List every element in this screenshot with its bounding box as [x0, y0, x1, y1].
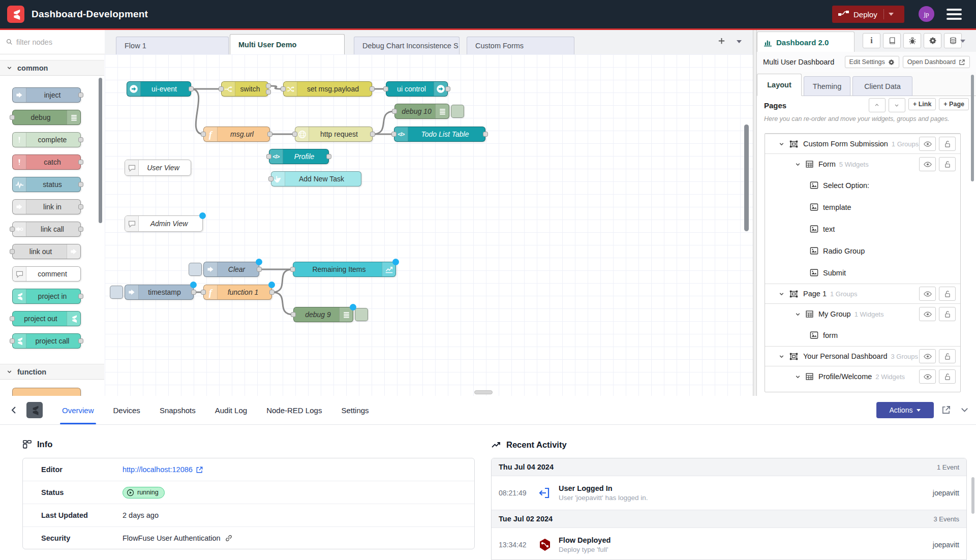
- project-tab-devices[interactable]: Devices: [113, 396, 140, 424]
- node-input-port[interactable]: [383, 86, 388, 91]
- palette-node-status[interactable]: status: [12, 177, 81, 192]
- main-menu-icon[interactable]: [947, 9, 962, 20]
- wire[interactable]: [272, 292, 293, 315]
- tree-page-row[interactable]: Page 11 Groups: [765, 284, 960, 304]
- lock-toggle-button[interactable]: [939, 307, 956, 321]
- add-flow-button[interactable]: [718, 37, 725, 45]
- flow-list-caret-icon[interactable]: [737, 40, 742, 43]
- visibility-toggle-button[interactable]: [919, 137, 936, 151]
- sidebar-tab-dashboard[interactable]: Dashboard 2.0: [757, 32, 855, 52]
- node-input-port[interactable]: [266, 154, 271, 159]
- deploy-button[interactable]: Deploy: [832, 6, 904, 23]
- visibility-toggle-button[interactable]: [919, 307, 936, 321]
- node-input-port[interactable]: [392, 109, 397, 114]
- node-input-port[interactable]: [391, 132, 396, 137]
- palette-node-link-in[interactable]: link in: [12, 199, 81, 214]
- project-tab-node-red-logs[interactable]: Node-RED Logs: [266, 396, 322, 424]
- tree-group-row[interactable]: Profile/Welcome2 Widgets: [765, 366, 960, 387]
- project-tab-snapshots[interactable]: Snapshots: [160, 396, 196, 424]
- sidebar-splitter[interactable]: [753, 30, 757, 396]
- info-button[interactable]: i: [863, 33, 880, 48]
- collapse-all-button[interactable]: [869, 98, 886, 112]
- flow-node-debug10[interactable]: debug 10: [394, 104, 449, 119]
- visibility-toggle-button[interactable]: [919, 369, 936, 384]
- wire[interactable]: [191, 89, 203, 134]
- flow-node-clear[interactable]: Clear: [203, 262, 259, 277]
- node-input-port[interactable]: [292, 132, 297, 137]
- tree-widget-row[interactable]: Submit: [765, 262, 960, 284]
- tree-widget-row[interactable]: text: [765, 218, 960, 240]
- lock-toggle-button[interactable]: [939, 287, 956, 301]
- palette-node-inject[interactable]: inject: [12, 87, 81, 103]
- tree-page-row[interactable]: Custom Form Submission1 Groups: [765, 134, 960, 154]
- tree-widget-row[interactable]: form: [765, 324, 960, 346]
- debug-button[interactable]: [903, 33, 921, 48]
- flow-tab-3[interactable]: Debug Chart Inconsistence S: [354, 37, 460, 54]
- lock-toggle-button[interactable]: [939, 369, 956, 384]
- project-tab-settings[interactable]: Settings: [341, 396, 369, 424]
- sidebar-tab-client-data[interactable]: Client Data: [852, 76, 912, 96]
- flow-node-addtask[interactable]: Add New Task: [271, 171, 361, 186]
- node-output-port[interactable]: [189, 86, 194, 91]
- inject-button[interactable]: [110, 286, 123, 299]
- node-input-port[interactable]: [201, 290, 206, 295]
- chevron-down-icon[interactable]: [795, 161, 801, 168]
- tree-widget-row[interactable]: Radio Group: [765, 240, 960, 262]
- palette-node-complete[interactable]: complete: [12, 132, 81, 147]
- edit-settings-button[interactable]: Edit Settings: [845, 56, 899, 68]
- flow-node-uievent[interactable]: ui-event: [127, 81, 191, 97]
- project-tab-overview[interactable]: Overview: [62, 396, 94, 424]
- node-output-port-1[interactable]: [266, 83, 271, 88]
- flow-tab-1[interactable]: Flow 1: [116, 37, 229, 54]
- open-editor-icon[interactable]: [941, 405, 951, 415]
- canvas-scrollbar[interactable]: [744, 125, 749, 231]
- node-input-port[interactable]: [219, 86, 224, 91]
- flow-node-userview[interactable]: User View: [125, 160, 191, 176]
- add-link-button[interactable]: + Link: [908, 98, 936, 110]
- node-output-port-2[interactable]: [266, 89, 271, 95]
- back-button[interactable]: [9, 405, 19, 415]
- chevron-down-icon[interactable]: [778, 291, 785, 297]
- flow-node-switch[interactable]: switch: [221, 81, 268, 97]
- window-scrollbar[interactable]: [971, 477, 974, 514]
- tree-widget-row[interactable]: Select Option:: [765, 174, 960, 196]
- actions-button[interactable]: Actions: [876, 402, 934, 418]
- deploy-caret-icon[interactable]: [889, 13, 894, 16]
- chevron-down-icon[interactable]: [778, 353, 785, 360]
- inject-button[interactable]: [189, 263, 202, 276]
- flow-canvas[interactable]: ui-eventswitchset msg.payloadui controld…: [105, 54, 753, 396]
- palette-node-catch[interactable]: catch: [12, 154, 81, 170]
- node-output-port[interactable]: [445, 86, 450, 91]
- palette-scrollbar[interactable]: [99, 78, 102, 223]
- collapse-panel-icon[interactable]: [960, 405, 969, 415]
- activity-event-row[interactable]: 13:34:42Flow DeployedDeploy type 'full'j…: [492, 528, 966, 560]
- flow-node-msgurl[interactable]: fmsg.url: [203, 127, 270, 142]
- config-nodes-button[interactable]: [924, 33, 941, 48]
- expand-all-button[interactable]: [889, 98, 905, 112]
- node-output-port[interactable]: [191, 290, 196, 295]
- lock-toggle-button[interactable]: [939, 137, 956, 151]
- flow-node-profile[interactable]: </>Profile: [269, 149, 329, 164]
- palette-category-common[interactable]: common: [0, 60, 104, 76]
- sidebar-scrollbar[interactable]: [971, 75, 974, 181]
- user-avatar[interactable]: jp: [919, 6, 934, 22]
- debug-toggle-button[interactable]: [355, 308, 368, 321]
- flow-node-uicontrol[interactable]: ui control: [386, 81, 448, 97]
- flow-node-debug9[interactable]: debug 9: [293, 307, 353, 322]
- flow-node-function1[interactable]: ffunction 1: [203, 285, 272, 300]
- tree-group-row[interactable]: Form5 Widgets: [765, 154, 960, 174]
- node-output-port[interactable]: [269, 290, 274, 295]
- tree-group-row[interactable]: My Group1 Widgets: [765, 304, 960, 324]
- visibility-toggle-button[interactable]: [919, 349, 936, 363]
- node-output-port[interactable]: [267, 132, 272, 137]
- visibility-toggle-button[interactable]: [919, 287, 936, 301]
- node-input-port[interactable]: [281, 86, 286, 91]
- palette-node-comment[interactable]: comment: [12, 266, 81, 282]
- project-tab-audit-log[interactable]: Audit Log: [215, 396, 247, 424]
- node-output-port[interactable]: [326, 154, 331, 159]
- flow-node-adminview[interactable]: Admin View: [125, 215, 203, 232]
- flow-node-timestamp[interactable]: timestamp: [125, 285, 194, 300]
- info-value[interactable]: http://localhost:12086: [123, 465, 203, 474]
- tree-widget-row[interactable]: template: [765, 196, 960, 218]
- chevron-down-icon[interactable]: [795, 311, 801, 318]
